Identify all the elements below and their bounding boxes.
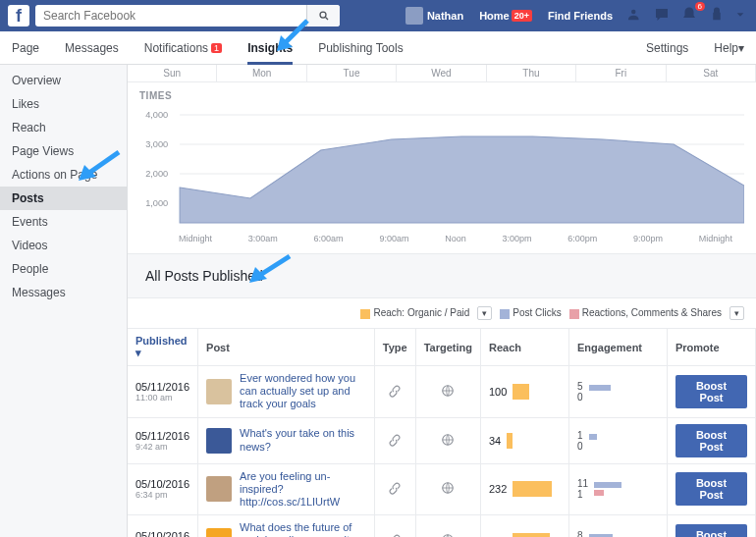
reach-bar xyxy=(513,533,550,537)
clicks-bar xyxy=(589,434,597,440)
home-link[interactable]: Home20+ xyxy=(473,0,538,31)
search-wrap xyxy=(35,5,340,27)
notifications-icon[interactable]: 6 xyxy=(677,6,701,27)
reach-bar xyxy=(513,384,529,400)
reach-dropdown[interactable]: ▾ xyxy=(477,306,492,320)
globe-icon xyxy=(441,533,455,537)
notifications-badge: 1 xyxy=(211,43,222,53)
sidebar-item-events[interactable]: Events xyxy=(0,210,127,234)
friend-requests-icon[interactable] xyxy=(622,6,646,27)
sidebar-item-messages[interactable]: Messages xyxy=(0,281,127,304)
svg-line-1 xyxy=(325,18,328,21)
col-post[interactable]: Post xyxy=(198,329,375,366)
sidebar-item-page-views[interactable]: Page Views xyxy=(0,139,127,163)
insights-sidebar: OverviewLikesReachPage ViewsActions on P… xyxy=(0,65,128,537)
tab-page[interactable]: Page xyxy=(12,31,39,65)
clicks-bar xyxy=(589,385,611,391)
post-thumbnail xyxy=(206,528,232,537)
avatar xyxy=(405,7,423,25)
home-badge: 20+ xyxy=(512,10,532,22)
legend-row: Reach: Organic / Paid ▾ Post Clicks Reac… xyxy=(128,298,756,329)
link-icon xyxy=(388,533,402,537)
link-icon xyxy=(388,481,402,495)
post-title-link[interactable]: What does the future of social media com… xyxy=(240,521,366,537)
svg-text:3,000: 3,000 xyxy=(145,139,168,149)
notification-badge: 6 xyxy=(695,2,705,11)
boost-post-button[interactable]: Boost Post xyxy=(675,424,747,457)
privacy-icon[interactable] xyxy=(705,6,729,27)
profile-link[interactable]: Nathan xyxy=(400,0,469,31)
boost-post-button[interactable]: Boost Post xyxy=(675,524,747,537)
posts-table: Published ▾ Post Type Targeting Reach En… xyxy=(128,329,756,537)
topbar-right: Nathan Home20+ Find Friends 6 xyxy=(400,0,748,31)
tab-publishing[interactable]: Publishing Tools xyxy=(318,31,404,65)
messages-icon[interactable] xyxy=(650,6,674,27)
col-engagement[interactable]: Engagement xyxy=(569,329,668,366)
col-reach[interactable]: Reach xyxy=(481,329,569,366)
post-thumbnail xyxy=(206,379,232,404)
chart-card: SunMonTueWedThuFriSat TIMES 4,000 3,000 … xyxy=(128,65,756,253)
tab-insights[interactable]: Insights xyxy=(247,31,293,65)
search-button[interactable] xyxy=(306,5,340,27)
times-chart: 4,000 3,000 2,000 1,000 xyxy=(139,103,744,231)
reach-bar xyxy=(513,481,552,497)
days-row: SunMonTueWedThuFriSat xyxy=(128,65,756,82)
post-title-link[interactable]: Ever wondered how you can actually set u… xyxy=(240,372,366,411)
engagement-dropdown[interactable]: ▾ xyxy=(729,306,744,320)
user-name: Nathan xyxy=(427,10,463,22)
sidebar-item-videos[interactable]: Videos xyxy=(0,234,127,257)
col-published[interactable]: Published ▾ xyxy=(128,329,198,366)
all-posts-header: All Posts Published xyxy=(128,253,756,298)
search-icon xyxy=(318,10,330,22)
tab-messages[interactable]: Messages xyxy=(65,31,119,65)
table-row[interactable]: 05/10/20166:34 pmAre you feeling un-insp… xyxy=(128,463,756,515)
boost-post-button[interactable]: Boost Post xyxy=(675,375,747,408)
xticks: Midnight3:00am6:00am9:00amNoon3:00pm6:00… xyxy=(139,234,744,249)
globe-icon xyxy=(441,433,455,447)
topbar: f Nathan Home20+ Find Friends 6 xyxy=(0,0,756,31)
globe-icon xyxy=(441,384,455,398)
reactions-bar xyxy=(594,490,604,496)
clicks-bar xyxy=(594,482,621,488)
sidebar-item-likes[interactable]: Likes xyxy=(0,92,127,116)
col-type[interactable]: Type xyxy=(374,329,415,366)
tab-notifications[interactable]: Notifications1 xyxy=(144,31,222,65)
page-tabs: Page Messages Notifications1 Insights Pu… xyxy=(0,31,756,65)
settings-dropdown[interactable] xyxy=(732,6,748,27)
link-icon xyxy=(388,433,402,447)
sidebar-item-actions-on-page[interactable]: Actions on Page xyxy=(0,163,127,187)
col-promote[interactable]: Promote xyxy=(668,329,756,366)
sidebar-item-overview[interactable]: Overview xyxy=(0,69,127,92)
table-row[interactable]: 05/10/20162:19 pmWhat does the future of… xyxy=(128,515,756,537)
sidebar-item-reach[interactable]: Reach xyxy=(0,116,127,139)
chart-title: TIMES xyxy=(139,90,744,101)
link-icon xyxy=(388,384,402,398)
post-thumbnail xyxy=(206,428,232,454)
table-row[interactable]: 05/11/201611:00 amEver wondered how you … xyxy=(128,366,756,418)
search-input[interactable] xyxy=(35,9,306,23)
svg-point-0 xyxy=(320,12,326,18)
tab-settings[interactable]: Settings xyxy=(646,31,688,65)
svg-text:2,000: 2,000 xyxy=(145,169,168,179)
reach-bar xyxy=(507,433,513,449)
sidebar-item-people[interactable]: People xyxy=(0,257,127,281)
svg-text:1,000: 1,000 xyxy=(145,198,168,208)
post-thumbnail xyxy=(206,476,232,502)
tab-help[interactable]: Help ▾ xyxy=(714,31,744,65)
find-friends-link[interactable]: Find Friends xyxy=(542,0,619,31)
globe-icon xyxy=(441,481,455,495)
sidebar-item-posts[interactable]: Posts xyxy=(0,187,127,210)
svg-text:4,000: 4,000 xyxy=(145,110,168,120)
main-content: SunMonTueWedThuFriSat TIMES 4,000 3,000 … xyxy=(128,65,756,537)
post-title-link[interactable]: What's your take on this news? xyxy=(240,427,366,453)
boost-post-button[interactable]: Boost Post xyxy=(675,472,747,506)
facebook-logo[interactable]: f xyxy=(8,5,29,27)
col-targeting[interactable]: Targeting xyxy=(415,329,480,366)
table-row[interactable]: 05/11/20169:42 amWhat's your take on thi… xyxy=(128,417,756,463)
post-title-link[interactable]: Are you feeling un-inspired? http://cos.… xyxy=(240,470,366,510)
